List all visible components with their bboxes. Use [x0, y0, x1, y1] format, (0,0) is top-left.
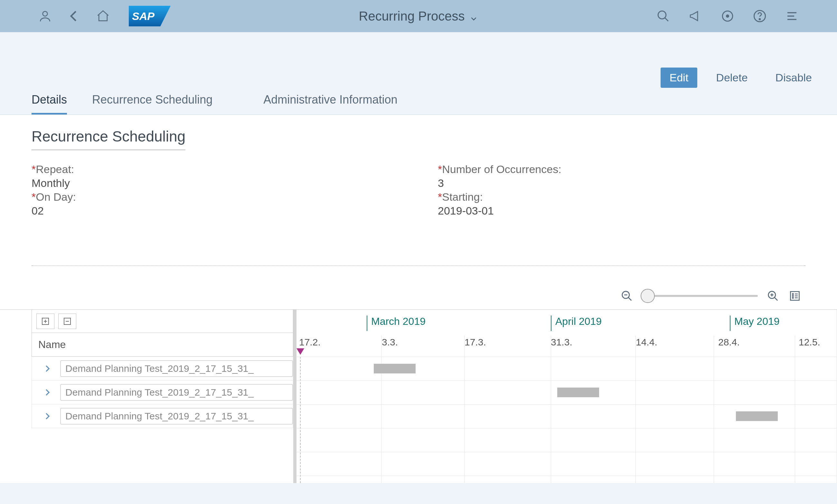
edit-button[interactable]: Edit — [661, 68, 698, 88]
gantt-timeline-header: March 2019 April 2019 May 2019 17.2. 3.3… — [297, 310, 837, 357]
now-marker-icon — [297, 348, 304, 355]
back-icon[interactable] — [65, 6, 84, 26]
section-title: Recurrence Scheduling — [32, 128, 185, 150]
search-icon[interactable] — [654, 6, 673, 26]
gantt-now-line — [300, 357, 301, 483]
delete-button[interactable]: Delete — [707, 68, 756, 88]
gantt-row: Demand Planning Test_2019_2_17_15_31_ — [32, 404, 293, 428]
gantt-gridline — [636, 335, 636, 483]
home-icon[interactable] — [93, 6, 113, 26]
svg-point-2 — [658, 11, 666, 19]
content-header: Edit Delete Disable Details Recurrence S… — [0, 61, 837, 115]
tab-recurrence-scheduling[interactable]: Recurrence Scheduling — [92, 93, 212, 114]
gantt-toolbar — [0, 282, 837, 310]
fields-col-right: *Number of Occurrences: 3 *Starting: 201… — [399, 163, 805, 217]
svg-point-21 — [793, 297, 794, 298]
svg-point-7 — [759, 19, 760, 20]
tab-details[interactable]: Details — [32, 93, 67, 114]
gantt-bar[interactable] — [557, 388, 599, 397]
gantt-date-label: 17.3. — [465, 337, 486, 348]
gantt-bar[interactable] — [736, 411, 778, 421]
logo-text: SAP — [132, 10, 155, 22]
gantt-left-toolbar — [32, 310, 293, 333]
gantt-row: Demand Planning Test_2019_2_17_15_31_ — [32, 357, 293, 380]
onday-value: 02 — [32, 205, 399, 217]
tabs: Details Recurrence Scheduling Administra… — [0, 93, 837, 114]
header-right-group — [654, 6, 802, 26]
zoom-out-icon[interactable] — [620, 289, 634, 303]
collapse-all-button[interactable] — [58, 314, 76, 329]
disable-button[interactable]: Disable — [766, 68, 821, 88]
megaphone-icon[interactable] — [686, 6, 705, 26]
section-content: Recurrence Scheduling *Repeat: Monthly *… — [0, 115, 837, 282]
gantt-rowline — [297, 404, 837, 405]
gantt-rowline — [297, 357, 837, 357]
subheader-spacer — [0, 32, 837, 61]
gantt-gridline — [795, 335, 795, 483]
gantt-gridline — [464, 335, 465, 483]
page-title: Recurring Process — [359, 9, 465, 23]
page-title-dropdown[interactable]: Recurring Process — [359, 9, 478, 23]
gantt-name-column-header: Name — [32, 333, 293, 357]
zoom-slider[interactable] — [642, 295, 758, 297]
gantt-month-label: May 2019 — [730, 316, 780, 331]
gantt-bar[interactable] — [374, 364, 415, 373]
legend-icon[interactable] — [788, 289, 802, 303]
expand-all-button[interactable] — [36, 314, 54, 329]
expand-row-button[interactable] — [41, 410, 54, 423]
gantt-row-name[interactable]: Demand Planning Test_2019_2_17_15_31_ — [60, 408, 293, 425]
gantt-month-label: April 2019 — [551, 316, 602, 331]
gantt-timeline[interactable]: March 2019 April 2019 May 2019 17.2. 3.3… — [297, 310, 837, 483]
shell-header: SAP Recurring Process — [0, 0, 837, 32]
gantt-date-label: 14.4. — [636, 337, 657, 348]
gantt-month-label: March 2019 — [367, 316, 426, 331]
menu-icon[interactable] — [782, 6, 802, 26]
gantt-left-panel: Name Demand Planning Test_2019_2_17_15_3… — [32, 310, 297, 483]
section-divider — [32, 265, 805, 266]
target-icon[interactable] — [718, 6, 737, 26]
help-icon[interactable] — [750, 6, 769, 26]
gantt-row-name[interactable]: Demand Planning Test_2019_2_17_15_31_ — [60, 360, 293, 377]
onday-label: *On Day: — [32, 191, 399, 203]
starting-label: *Starting: — [438, 191, 805, 203]
gantt-date-label: 31.3. — [551, 337, 572, 348]
gantt-rowline — [297, 380, 837, 381]
fields-col-left: *Repeat: Monthly *On Day: 02 — [32, 163, 399, 217]
svg-point-19 — [793, 293, 794, 294]
svg-point-20 — [793, 295, 794, 296]
action-buttons: Edit Delete Disable — [0, 61, 837, 93]
gantt-date-label: 17.2. — [299, 337, 321, 348]
sap-logo: SAP — [129, 6, 171, 26]
repeat-label: *Repeat: — [32, 163, 399, 175]
gantt-gridline — [381, 335, 381, 483]
user-icon[interactable] — [35, 6, 55, 26]
gantt-row: Demand Planning Test_2019_2_17_15_31_ — [32, 380, 293, 404]
gantt-date-label: 3.3. — [382, 337, 398, 348]
svg-line-12 — [628, 297, 631, 300]
svg-point-5 — [727, 15, 729, 17]
gantt-row-name[interactable]: Demand Planning Test_2019_2_17_15_31_ — [60, 384, 293, 401]
svg-line-3 — [665, 18, 668, 21]
svg-point-0 — [43, 11, 48, 16]
zoom-in-icon[interactable] — [766, 289, 780, 303]
gantt-date-label: 28.4. — [718, 337, 740, 348]
starting-value: 2019-03-01 — [438, 205, 805, 217]
tab-administrative-information[interactable]: Administrative Information — [263, 93, 397, 114]
expand-row-button[interactable] — [41, 386, 54, 399]
fields-grid: *Repeat: Monthly *On Day: 02 *Number of … — [32, 163, 805, 217]
gantt-chart: Name Demand Planning Test_2019_2_17_15_3… — [0, 282, 837, 483]
chevron-down-icon — [469, 12, 478, 21]
numocc-label: *Number of Occurrences: — [438, 163, 805, 175]
zoom-slider-thumb[interactable] — [641, 289, 655, 303]
gantt-rowline — [297, 476, 837, 476]
expand-row-button[interactable] — [41, 362, 54, 375]
gantt-main: Name Demand Planning Test_2019_2_17_15_3… — [0, 310, 837, 483]
svg-line-15 — [774, 297, 778, 300]
gantt-rowline — [297, 452, 837, 452]
numocc-value: 3 — [438, 177, 805, 189]
gantt-gridline — [714, 335, 714, 483]
gantt-rowline — [297, 428, 837, 428]
header-left-group: SAP — [35, 6, 171, 26]
gantt-grid — [297, 357, 837, 483]
repeat-value: Monthly — [32, 177, 399, 189]
